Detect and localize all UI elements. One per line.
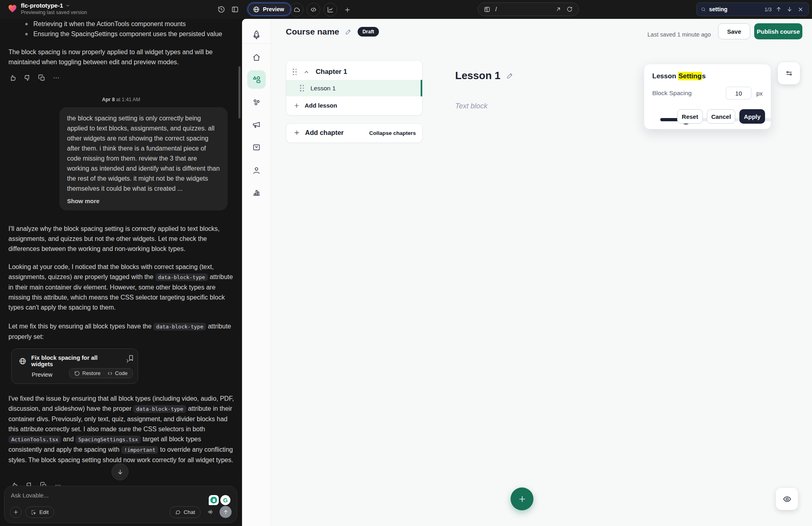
lesson-heading: Lesson 1 (455, 69, 514, 82)
lovable-logo-icon[interactable] (7, 3, 18, 15)
grammarly-widget: G (209, 495, 230, 505)
history-icon[interactable] (215, 3, 227, 15)
top-toolbar: flc-prototype-1 Previewing last saved ve… (0, 0, 812, 19)
version-card-title: Fix block spacing for all widgets (31, 355, 120, 367)
settings-toggle-button[interactable] (778, 62, 800, 84)
restore-button[interactable]: Restore (74, 370, 101, 376)
search-close-button[interactable] (797, 4, 804, 14)
collapse-chapter-icon[interactable] (303, 69, 309, 75)
search-input[interactable] (709, 6, 761, 12)
open-external-icon[interactable] (555, 6, 562, 12)
preview-mode-button[interactable]: Preview (248, 3, 291, 16)
edit-mode-button[interactable]: Edit (25, 506, 54, 518)
scroll-to-bottom-button[interactable] (112, 463, 128, 480)
add-chapter-button[interactable]: Add chapter (293, 129, 344, 137)
chat-mode-button[interactable]: Chat (169, 506, 201, 518)
reset-button[interactable]: Reset (677, 109, 703, 124)
inline-code: ActionTools.tsx (8, 436, 61, 443)
block-spacing-unit: px (756, 90, 763, 97)
edit-course-name-icon[interactable] (345, 28, 352, 35)
list-item: Ensuring the SpacingSettings component u… (8, 29, 233, 39)
panel-left-icon[interactable] (229, 3, 241, 15)
show-more-link[interactable]: Show more (67, 198, 220, 204)
attach-button[interactable] (10, 506, 22, 518)
add-block-fab[interactable] (511, 487, 533, 510)
preview-eye-button[interactable] (776, 488, 798, 510)
url-bar[interactable]: / (478, 2, 579, 16)
edit-lesson-title-icon[interactable] (506, 72, 514, 80)
last-saved-text: Last saved 1 minute ago (647, 31, 711, 38)
course-title: Course name (286, 27, 339, 37)
app-window: flc-prototype-1 Previewing last saved ve… (0, 0, 812, 526)
new-tab-icon[interactable] (341, 4, 353, 16)
thumbs-down-icon[interactable] (23, 73, 32, 82)
list-item: Retrieving it when the ActionTools compo… (8, 19, 233, 29)
inline-code: data-block-type (155, 273, 208, 281)
grammarly-icon[interactable]: G (220, 495, 230, 505)
restore-code-pill: Restore Code (69, 368, 133, 378)
block-spacing-input[interactable] (726, 87, 751, 100)
grammarly-suggestion-icon[interactable] (209, 495, 219, 505)
lesson-settings-title: Lesson Settings (652, 72, 763, 80)
code-button[interactable]: Code (107, 370, 128, 376)
inline-code: data-block-type (133, 405, 186, 413)
inline-code: !important (121, 446, 158, 454)
sidebar-item-profile[interactable] (247, 161, 266, 179)
sidebar-item-content[interactable] (247, 70, 266, 89)
message-timestamp: Apr 8 at 1:41 AM (0, 97, 242, 102)
sidebar-item-marketing[interactable] (247, 116, 266, 134)
restore-icon (74, 371, 80, 376)
sidebar-item-community[interactable] (247, 93, 266, 112)
version-card[interactable]: Fix block spacing for all widgets Previe… (11, 349, 138, 384)
assistant-paragraph: Let me fix this by ensuring all block ty… (8, 321, 235, 342)
cancel-button[interactable]: Cancel (707, 109, 735, 124)
lesson-row[interactable]: Lesson 1 (286, 80, 422, 96)
text-block-placeholder[interactable]: Text block (455, 102, 487, 110)
refresh-icon[interactable] (566, 6, 573, 12)
code-icon[interactable] (307, 3, 320, 16)
sidebar-item-analytics[interactable] (247, 183, 266, 202)
drag-handle-icon[interactable] (300, 85, 304, 92)
user-message-bubble: the block spacing setting is only correc… (59, 107, 228, 210)
thumbs-up-icon[interactable] (8, 73, 17, 82)
assistant-summary: The block spacing is now properly applie… (8, 47, 231, 67)
chevron-down-icon (65, 3, 70, 8)
save-button[interactable]: Save (718, 23, 750, 39)
divider (242, 43, 271, 44)
assistant-paragraph: Looking at your code, I noticed that the… (8, 262, 235, 312)
app-logo-rocket-icon[interactable] (247, 26, 266, 44)
block-spacing-label: Block Spacing (652, 90, 692, 97)
copy-icon[interactable] (37, 73, 46, 82)
analytics-icon[interactable] (324, 3, 337, 16)
bookmark-icon[interactable] (128, 355, 134, 361)
globe-icon (19, 357, 26, 365)
lesson-settings-popover: Lesson Settings Block Spacing px Reset C… (644, 64, 771, 129)
voice-input-button[interactable] (204, 506, 216, 518)
bullet-icon (25, 23, 28, 25)
chapter-title[interactable]: Chapter 1 (316, 68, 347, 76)
project-name[interactable]: flc-prototype-1 (21, 2, 87, 9)
search-icon (701, 6, 706, 13)
chapter-card: Chapter 1 Lesson 1 Add lesson (286, 60, 423, 116)
add-lesson-button[interactable]: Add lesson (293, 102, 337, 109)
sidebar-item-inbox[interactable] (247, 138, 266, 157)
collapse-chapters-button[interactable]: Collapse chapters (369, 130, 416, 136)
message-actions (8, 73, 61, 82)
apply-button[interactable]: Apply (739, 109, 765, 124)
search-prev-button[interactable] (775, 4, 783, 14)
plus-icon (518, 495, 527, 504)
plus-icon (293, 129, 300, 136)
publish-course-button[interactable]: Publish course (754, 23, 802, 39)
chat-input[interactable] (11, 492, 163, 499)
search-match-count: 1/3 (765, 6, 772, 12)
cloud-icon[interactable] (290, 3, 303, 16)
inline-code: SpacingSettings.tsx (75, 436, 141, 443)
send-button[interactable] (220, 506, 232, 518)
chat-bubble-icon (175, 509, 181, 515)
search-next-button[interactable] (786, 4, 794, 14)
chat-scrollbar[interactable] (238, 66, 240, 118)
more-options-icon[interactable] (52, 73, 61, 82)
sidebar-item-home[interactable] (247, 48, 266, 67)
app-sidebar-rail (242, 19, 271, 526)
drag-handle-icon[interactable] (293, 69, 297, 75)
